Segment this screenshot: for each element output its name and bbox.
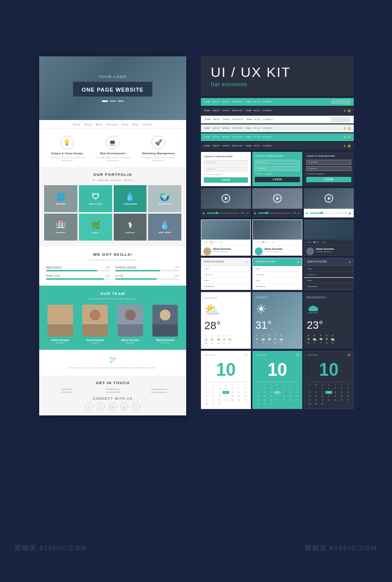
icons-dark2[interactable]: ⚙	[343, 144, 346, 147]
cd-9[interactable]: 9	[216, 391, 222, 394]
cd-2[interactable]: 2	[216, 387, 222, 390]
settings-icon-gray[interactable]: 🔔	[347, 126, 351, 130]
nb2-services[interactable]: SERVICES	[232, 109, 243, 112]
cd-22[interactable]: 22	[210, 399, 216, 402]
username-field-white[interactable]: Username	[204, 160, 248, 165]
nb2-work[interactable]: WORK	[222, 109, 229, 112]
icons-teal2[interactable]: ⚙	[343, 135, 346, 139]
nb4-services[interactable]: SERVICES	[232, 127, 243, 129]
cd-7[interactable]: 7	[203, 391, 210, 394]
nb1-work[interactable]: WORK	[222, 100, 229, 103]
bell-teal2[interactable]: 🔔	[347, 135, 351, 139]
volume-icon-1[interactable]: 🔊	[246, 212, 249, 215]
nb5-services[interactable]: SERVICES	[232, 136, 243, 138]
nb5-work[interactable]: WORK	[222, 136, 229, 138]
social-google[interactable]: g	[121, 403, 128, 411]
cd-4[interactable]: 4	[229, 387, 236, 390]
nb3-blog[interactable]: BLOG	[254, 118, 260, 121]
nb3-home[interactable]: HOME	[204, 118, 211, 121]
cd-25[interactable]: 25	[229, 399, 236, 402]
portfolio-item-3[interactable]: 💧 CLEAN WATER	[114, 185, 147, 212]
nb3-about[interactable]: ABOUT	[213, 118, 220, 121]
play-icon-ctrl-3[interactable]: ▶	[306, 211, 309, 215]
portfolio-item-6[interactable]: 🌿 organic	[79, 214, 112, 241]
cd-13[interactable]: 13	[242, 391, 248, 394]
portfolio-item-5[interactable]: 🏥 Healthcare	[44, 214, 77, 241]
username-field-dark[interactable]: Username	[306, 160, 351, 165]
nb6-work[interactable]: WORK	[222, 145, 229, 147]
nb4-team[interactable]: TEAM	[245, 127, 251, 129]
nav-work[interactable]: Work	[96, 123, 103, 126]
nav-about[interactable]: About	[84, 123, 92, 126]
cd-10[interactable]: 10	[222, 391, 229, 394]
nb1-services[interactable]: SERVICES	[232, 100, 243, 103]
social-rss[interactable]: r	[132, 403, 140, 411]
nb3-services[interactable]: SERVICES	[232, 118, 244, 121]
portfolio-item-2[interactable]: 🛡 SAFETY ICON	[79, 185, 112, 212]
nb6-services[interactable]: SERVICES	[232, 145, 243, 147]
cd-5[interactable]: 5	[236, 387, 242, 390]
filter-popularity-dark[interactable]: Popularity	[304, 272, 353, 278]
nb3-team[interactable]: TEAM	[246, 118, 252, 121]
portfolio-item-7[interactable]: ⚕ healthcare	[114, 214, 147, 241]
nb2-blog[interactable]: BLOG	[254, 109, 260, 112]
nb2-home[interactable]: HOME	[204, 109, 210, 112]
play-button-2[interactable]	[273, 194, 282, 203]
nb4-home[interactable]: HOME	[204, 127, 210, 129]
chevron-down-icon-teal[interactable]: ▾	[297, 260, 299, 264]
cd-20[interactable]: 20	[242, 395, 248, 398]
chevron-down-icon-dark[interactable]: ▾	[349, 260, 350, 264]
cd-27[interactable]: 27	[242, 399, 248, 402]
nav-services[interactable]: Services	[106, 123, 118, 126]
filter-price-white[interactable]: Price	[201, 278, 250, 284]
nb3-contact[interactable]: CONTACT	[263, 118, 273, 121]
nb5-contact[interactable]: CONTACT	[262, 136, 272, 138]
cd-16[interactable]: 16	[216, 395, 222, 398]
filter-downloads-dark[interactable]: Downloads	[304, 284, 353, 290]
nav-search-teal[interactable]	[331, 99, 351, 104]
chevron-down-icon-white[interactable]: ▾	[246, 260, 247, 264]
nb3-work[interactable]: WORK	[223, 118, 230, 121]
nb4-contact[interactable]: CONTACT	[262, 127, 272, 129]
cd-18[interactable]: 18	[229, 395, 236, 398]
filter-web[interactable]: Web Design	[111, 179, 122, 181]
nav-home[interactable]: Home	[73, 123, 80, 126]
nb5-about[interactable]: ABOUT	[213, 136, 220, 138]
nb6-about[interactable]: ABOUT	[213, 145, 220, 147]
cd-8[interactable]: 8	[210, 391, 216, 394]
portfolio-item-8[interactable]: 💧 SAVE WATER	[148, 214, 181, 241]
username-field-teal[interactable]: Username	[255, 160, 300, 165]
nb1-contact[interactable]: CONTACT	[262, 100, 272, 103]
nb2-about[interactable]: ABOUT	[213, 109, 220, 112]
nb6-blog[interactable]: BLOG	[254, 145, 260, 147]
nb2-team[interactable]: TEAM	[245, 109, 251, 112]
filter-color-dark[interactable]: Color	[304, 266, 353, 272]
filter-price-teal[interactable]: Price	[253, 278, 302, 284]
nb1-home[interactable]: HOME	[204, 100, 210, 103]
hero-dot-2[interactable]	[110, 100, 116, 102]
social-facebook[interactable]: f	[85, 403, 93, 411]
nb4-about[interactable]: ABOUT	[213, 127, 220, 129]
cd-29[interactable]: 29	[210, 403, 216, 406]
search-icon-dark[interactable]: ⚙	[343, 109, 346, 112]
password-field-teal[interactable]: Password	[255, 166, 300, 171]
bell-dark2[interactable]: 🔔	[347, 144, 351, 147]
login-btn-dark[interactable]: LOGIN	[306, 177, 351, 182]
progress-bg-1[interactable]	[207, 213, 239, 214]
play-button-1[interactable]	[221, 194, 230, 203]
cd-17[interactable]: 17	[222, 395, 229, 398]
social-linkedin[interactable]: in	[109, 403, 117, 411]
portfolio-item-4[interactable]: 🌍 GLOBE ICON	[148, 185, 181, 212]
password-field-dark[interactable]: Password	[306, 166, 351, 171]
social-twitter[interactable]: t	[97, 403, 105, 411]
cd-12[interactable]: 12	[236, 391, 242, 394]
filter-price-dark[interactable]: Price	[304, 278, 353, 284]
nb6-home[interactable]: HOME	[204, 145, 210, 147]
progress-bg-3[interactable]	[310, 213, 342, 214]
filter-downloads-teal[interactable]: Downloads	[253, 284, 302, 290]
nb5-home[interactable]: HOME	[204, 136, 210, 138]
play-icon-ctrl-1[interactable]: ▶	[203, 211, 205, 215]
login-btn-white[interactable]: LOGIN	[204, 177, 248, 183]
filter-logo[interactable]: Logo Design	[98, 179, 108, 181]
nav-search-white[interactable]	[331, 117, 350, 122]
